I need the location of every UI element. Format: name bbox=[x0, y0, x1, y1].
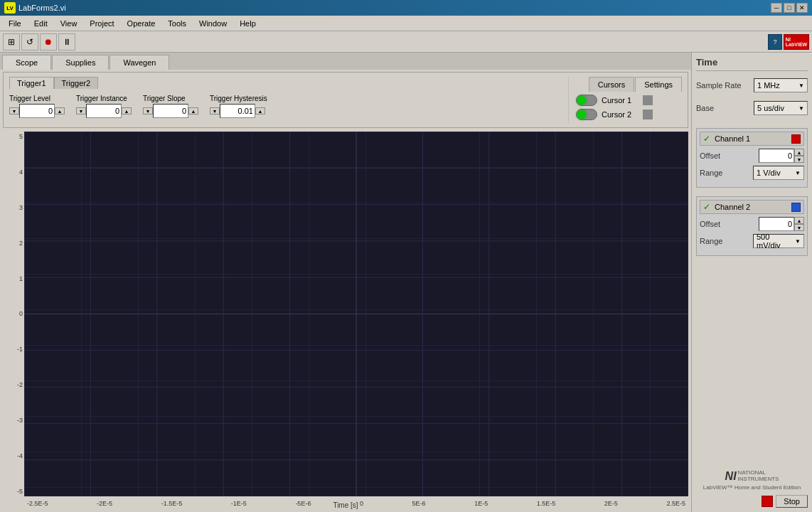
toolbar-btn-run[interactable]: ⊞ bbox=[3, 33, 20, 50]
trigger-level-down[interactable]: ▼ bbox=[9, 107, 19, 114]
controls-panel: Trigger1 Trigger2 Trigger Level ▼ ▲ bbox=[3, 72, 688, 128]
channel1-range-value: 1 V/div bbox=[757, 169, 781, 177]
trigger-instance-label: Trigger Instance bbox=[76, 95, 132, 102]
base-dropdown[interactable]: 5 us/div ▼ bbox=[754, 101, 808, 115]
trigger-controls: Trigger Level ▼ ▲ Trigger Instance ▼ bbox=[9, 92, 568, 121]
trigger-hysteresis-up[interactable]: ▲ bbox=[255, 107, 265, 114]
tab-wavegen[interactable]: Wavegen bbox=[109, 55, 169, 70]
channel2-range-row: Range 500 mV/div ▼ bbox=[700, 234, 804, 248]
ni-labview-text: LabVIEW™ Home and Student Edition bbox=[703, 484, 801, 491]
trigger-instance-down[interactable]: ▼ bbox=[76, 107, 86, 114]
tab-trigger1[interactable]: Trigger1 bbox=[9, 77, 54, 89]
menu-project[interactable]: Project bbox=[84, 18, 119, 29]
menu-tools[interactable]: Tools bbox=[162, 18, 192, 29]
trigger-slope-up[interactable]: ▲ bbox=[188, 107, 198, 114]
channel1-range-dropdown[interactable]: 1 V/div ▼ bbox=[753, 166, 804, 180]
trigger-slope-field: Trigger Slope ▼ ▲ bbox=[143, 95, 198, 118]
tab-trigger2[interactable]: Trigger2 bbox=[54, 77, 99, 89]
x-tick-9: 2E-5 bbox=[604, 500, 618, 507]
cursor1-toggle[interactable] bbox=[576, 95, 597, 106]
channel2-color-btn[interactable] bbox=[791, 203, 801, 212]
stop-section: NI NATIONALINSTRUMENTS LabVIEW™ Home and… bbox=[696, 464, 808, 508]
stop-button[interactable]: Stop bbox=[776, 495, 808, 508]
trigger-slope-input[interactable] bbox=[153, 104, 188, 118]
x-tick-3: -1E-5 bbox=[231, 500, 247, 507]
cursor2-toggle[interactable] bbox=[576, 109, 597, 120]
cursor2-led bbox=[577, 110, 586, 119]
minimize-button[interactable]: ─ bbox=[771, 3, 782, 13]
channel1-section: ✓ Channel 1 Offset ▲ ▼ Range 1 bbox=[696, 128, 808, 188]
sample-rate-value: 1 MHz bbox=[757, 81, 780, 90]
title-bar: LV LabForms2.vi ─ □ ✕ bbox=[0, 0, 812, 16]
trigger-instance-input[interactable] bbox=[86, 104, 122, 118]
base-value: 5 us/div bbox=[757, 104, 784, 112]
stop-icon[interactable] bbox=[762, 496, 773, 507]
channel2-range-dropdown[interactable]: 500 mV/div ▼ bbox=[753, 234, 804, 248]
scope-tab-bar: Scope Supplies Wavegen bbox=[0, 53, 691, 70]
tab-cursors[interactable]: Cursors bbox=[589, 77, 635, 92]
toolbar-btn-record[interactable]: ⏺ bbox=[40, 33, 57, 50]
toolbar-btn-help[interactable]: ? bbox=[768, 34, 782, 50]
toolbar: ⊞ ↺ ⏺ ⏸ ? NILabVIEW bbox=[0, 31, 812, 53]
channel2-section: ✓ Channel 2 Offset ▲ ▼ Range 50 bbox=[696, 196, 808, 256]
channel1-offset-down[interactable]: ▼ bbox=[794, 156, 804, 163]
x-tick-0: -2.5E-5 bbox=[27, 500, 48, 507]
trigger-hysteresis-input[interactable] bbox=[220, 104, 255, 118]
menu-edit[interactable]: Edit bbox=[28, 18, 53, 29]
trigger-level-up[interactable]: ▲ bbox=[55, 107, 65, 114]
channel2-offset-up[interactable]: ▲ bbox=[794, 217, 804, 224]
channel2-offset-row: Offset ▲ ▼ bbox=[700, 217, 804, 231]
chart-wrap: 5 4 3 2 1 0 -1 -2 -3 -4 -5 bbox=[3, 132, 688, 511]
cursor2-color[interactable] bbox=[643, 110, 653, 119]
menu-view[interactable]: View bbox=[55, 18, 83, 29]
toolbar-btn-pause[interactable]: ⏸ bbox=[58, 33, 75, 50]
channel2-range-arrow: ▼ bbox=[795, 238, 801, 245]
channel2-offset-down[interactable]: ▼ bbox=[794, 224, 804, 231]
trigger-hysteresis-down[interactable]: ▼ bbox=[210, 107, 220, 114]
x-tick-8: 1.5E-5 bbox=[537, 500, 556, 507]
menu-window[interactable]: Window bbox=[193, 18, 233, 29]
trigger-instance-up[interactable]: ▲ bbox=[122, 107, 132, 114]
sample-rate-row: Sample Rate 1 MHz ▼ bbox=[696, 78, 808, 92]
cursor2-label: Cursor 2 bbox=[602, 110, 639, 119]
tab-supplies[interactable]: Supplies bbox=[52, 55, 109, 70]
channel2-offset-input[interactable] bbox=[759, 217, 794, 231]
cursor2-row: Cursor 2 bbox=[576, 109, 682, 120]
channel1-header: ✓ Channel 1 bbox=[700, 132, 804, 146]
channel1-offset-input[interactable] bbox=[759, 149, 794, 163]
channel1-checkmark: ✓ bbox=[703, 134, 710, 144]
trigger-hysteresis-label: Trigger Hysteresis bbox=[210, 95, 267, 102]
trigger-level-input[interactable] bbox=[19, 104, 55, 118]
tab-settings[interactable]: Settings bbox=[635, 77, 682, 92]
toolbar-btn-stop-run[interactable]: ↺ bbox=[21, 33, 38, 50]
cursor1-row: Cursor 1 bbox=[576, 95, 682, 106]
channel1-color-btn[interactable] bbox=[791, 134, 801, 144]
y-axis-label-container: Amplitude 1 [V] bbox=[4, 132, 13, 496]
menu-help[interactable]: Help bbox=[234, 18, 262, 29]
trigger-slope-down[interactable]: ▼ bbox=[143, 107, 153, 114]
channel2-range-label: Range bbox=[700, 237, 722, 245]
app-logo: LV bbox=[4, 2, 16, 14]
trigger-level-label: Trigger Level bbox=[9, 95, 65, 102]
sample-rate-arrow: ▼ bbox=[798, 82, 804, 89]
tab-scope[interactable]: Scope bbox=[2, 55, 51, 70]
maximize-button[interactable]: □ bbox=[784, 3, 795, 13]
base-row: Base 5 us/div ▼ bbox=[696, 101, 808, 115]
close-button[interactable]: ✕ bbox=[796, 3, 808, 13]
scope-area: Scope Supplies Wavegen Trigger1 Trigger2… bbox=[0, 53, 691, 512]
x-tick-5: 0 bbox=[360, 500, 363, 507]
channel1-offset-label: Offset bbox=[700, 151, 720, 160]
channel1-offset-up[interactable]: ▲ bbox=[794, 149, 804, 156]
trigger-slope-label: Trigger Slope bbox=[143, 95, 198, 102]
cursor1-color[interactable] bbox=[643, 95, 653, 105]
time-section-title: Time bbox=[696, 57, 808, 71]
menu-file[interactable]: File bbox=[3, 18, 27, 29]
ni-logo-ni: NI bbox=[725, 470, 737, 483]
window-title: LabForms2.vi bbox=[18, 4, 66, 12]
cursor1-led bbox=[577, 96, 586, 105]
sample-rate-dropdown[interactable]: 1 MHz ▼ bbox=[754, 78, 808, 92]
menu-operate[interactable]: Operate bbox=[122, 18, 161, 29]
ni-logo-badge: NILabVIEW bbox=[784, 34, 809, 50]
channel2-checkmark: ✓ bbox=[703, 202, 710, 212]
controls-row: Trigger1 Trigger2 Trigger Level ▼ ▲ bbox=[9, 77, 682, 123]
